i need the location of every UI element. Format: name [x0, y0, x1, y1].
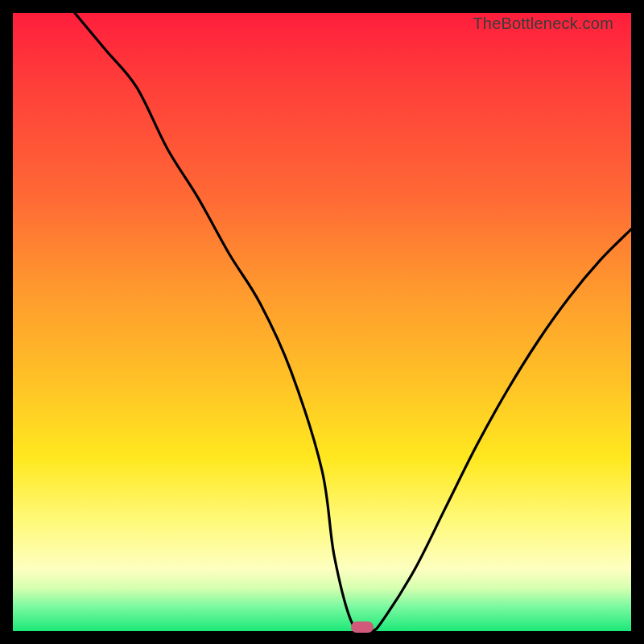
- curve-path: [75, 13, 631, 631]
- chart-frame: TheBottleneck.com: [0, 0, 644, 644]
- optimum-marker: [351, 621, 374, 633]
- plot-area: TheBottleneck.com: [13, 13, 631, 631]
- bottleneck-curve: [13, 13, 631, 631]
